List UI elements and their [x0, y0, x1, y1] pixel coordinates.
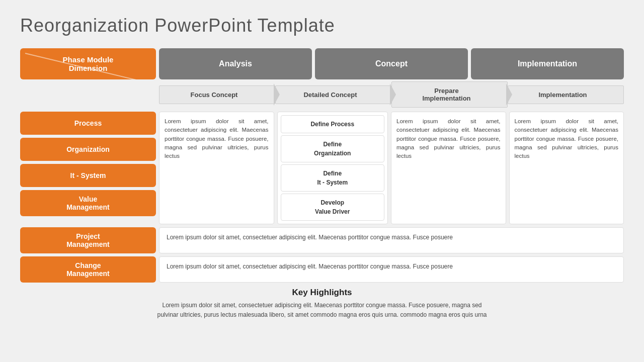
cell-lorem-2: Lorem ipsum dolor sit amet, consectetuer… [391, 112, 506, 224]
develop-value-driver-box: Develop Value Driver [281, 194, 385, 221]
cell-lorem-1: Lorem ipsum dolor sit amet, consectetuer… [159, 112, 274, 224]
main-content-section: Process Organization It - System Value M… [20, 112, 624, 224]
header-phases: Analysis Concept Implementation [159, 48, 624, 79]
define-organization-box: Define Organization [281, 135, 385, 162]
content-cells: Lorem ipsum dolor sit amet, consectetuer… [159, 112, 624, 224]
phase-module-box: Phase Module Dimension [20, 48, 156, 79]
label-project-management: Project Management [20, 227, 156, 253]
phase-implementation: Implementation [471, 48, 624, 79]
key-highlights-text: Lorem ipsum dolor sit amet, consectetuer… [20, 301, 624, 320]
label-value-management: Value Management [20, 190, 156, 216]
change-management-row: Change Management Lorem ipsum dolor sit … [20, 256, 624, 283]
header-row: Phase Module Dimension Analysis Concept … [20, 48, 624, 79]
subphase-prepare: Prepare Implementation [391, 81, 508, 108]
phase-module-label: Phase Module [28, 55, 148, 64]
subphase-focus: Focus Concept [159, 85, 275, 104]
subheader-row: Focus Concept Detailed Concept Prepare I… [159, 81, 624, 108]
page-title: Reorganization PowerPoint Template [20, 15, 624, 36]
phase-concept: Concept [315, 48, 468, 79]
label-organization: Organization [20, 138, 156, 161]
define-process-box: Define Process [281, 115, 385, 133]
subphase-implementation: Implementation [508, 85, 624, 104]
label-it-system: It - System [20, 164, 156, 187]
project-management-row: Project Management Lorem ipsum dolor sit… [20, 227, 624, 253]
dimension-label: Dimension [28, 64, 148, 72]
subphase-detailed: Detailed Concept [275, 85, 391, 104]
cell-change-management: Lorem ipsum dolor sit amet, consectetuer… [159, 256, 624, 283]
label-change-management: Change Management [20, 256, 156, 283]
left-labels: Process Organization It - System Value M… [20, 112, 156, 224]
define-it-system-box: Define It - System [281, 164, 385, 192]
key-highlights-section: Key Highlights Lorem ipsum dolor sit ame… [20, 288, 624, 320]
label-process: Process [20, 112, 156, 135]
cell-lorem-3: Lorem ipsum dolor sit amet, consectetuer… [509, 112, 624, 224]
phase-analysis: Analysis [159, 48, 312, 79]
cell-project-management: Lorem ipsum dolor sit amet, consectetuer… [159, 227, 624, 253]
key-highlights-title: Key Highlights [20, 288, 624, 298]
cell-define-boxes: Define Process Define Organization Defin… [277, 112, 388, 224]
